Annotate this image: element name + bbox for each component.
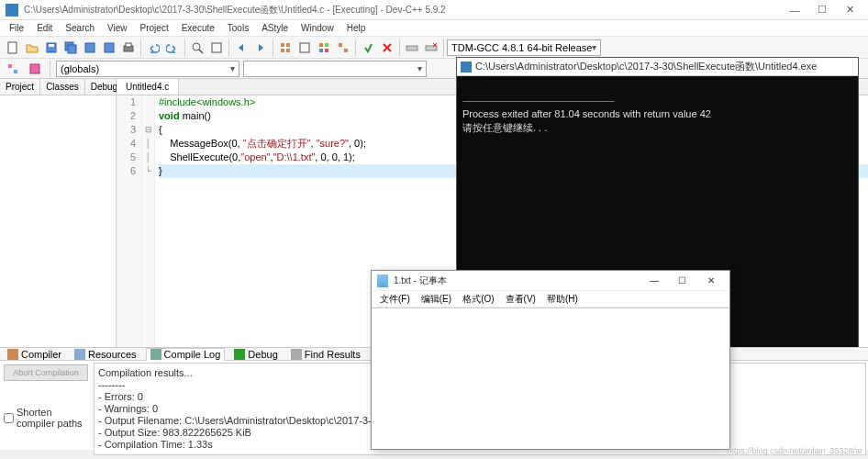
- goto-func-icon[interactable]: [26, 60, 44, 78]
- svg-rect-2: [49, 44, 54, 47]
- tab-resources[interactable]: Resources: [71, 349, 140, 360]
- window-title: C:\Users\Administrator\Desktop\c\2017-3-…: [24, 4, 782, 17]
- watermark: https://blog.csdn.net/anlain_35328/ar: [727, 446, 862, 455]
- notepad-window: 1.txt - 记事本 — ☐ ✕ 文件(F) 编辑(E) 格式(O) 查看(V…: [371, 270, 730, 450]
- compile-icon[interactable]: [276, 39, 295, 57]
- project-panel: Project Classes Debug: [0, 79, 117, 365]
- undo-icon[interactable]: [144, 39, 162, 57]
- print-icon[interactable]: [119, 39, 138, 57]
- close-file-icon[interactable]: [100, 39, 118, 57]
- svg-rect-23: [406, 46, 417, 50]
- debug-icon[interactable]: [359, 39, 377, 57]
- svg-rect-19: [319, 49, 323, 52]
- profile-icon[interactable]: [403, 39, 421, 57]
- delete-profile-icon[interactable]: [422, 39, 440, 57]
- svg-rect-15: [286, 49, 290, 52]
- svg-rect-11: [212, 43, 221, 52]
- close-button[interactable]: ✕: [837, 2, 862, 18]
- save-all-icon[interactable]: [61, 39, 80, 57]
- notepad-menu-format[interactable]: 格式(O): [458, 293, 498, 306]
- compile-run-icon[interactable]: [315, 39, 333, 57]
- svg-rect-4: [68, 45, 76, 53]
- menu-window[interactable]: Window: [295, 23, 339, 33]
- notepad-close[interactable]: ✕: [698, 273, 724, 289]
- back-icon[interactable]: [232, 39, 250, 57]
- svg-rect-17: [319, 43, 323, 47]
- save-icon[interactable]: [42, 39, 61, 57]
- menu-tools[interactable]: Tools: [222, 23, 254, 33]
- tab-compiler[interactable]: Compiler: [4, 349, 65, 360]
- svg-rect-13: [286, 43, 290, 47]
- notepad-body[interactable]: [372, 308, 729, 449]
- tab-classes[interactable]: Classes: [40, 79, 85, 95]
- notepad-menu-view[interactable]: 查看(V): [501, 293, 540, 306]
- svg-rect-18: [325, 43, 328, 47]
- stop-icon[interactable]: [378, 39, 396, 57]
- shorten-paths-checkbox[interactable]: Shorten compiler paths: [4, 407, 88, 429]
- menu-edit[interactable]: Edit: [31, 23, 58, 33]
- globals-combo[interactable]: (globals): [56, 61, 239, 77]
- notepad-titlebar[interactable]: 1.txt - 记事本 — ☐ ✕: [372, 271, 729, 291]
- console-titlebar[interactable]: C:\Users\Administrator\Desktop\c\2017-3-…: [457, 58, 858, 76]
- line-gutter: 123456: [117, 95, 142, 365]
- svg-rect-27: [30, 64, 39, 73]
- svg-point-9: [193, 43, 200, 50]
- notepad-menu-help[interactable]: 帮助(H): [542, 293, 583, 306]
- rebuild-icon[interactable]: [334, 39, 352, 57]
- svg-rect-14: [281, 49, 284, 52]
- open-file-icon[interactable]: [23, 39, 41, 57]
- menu-execute[interactable]: Execute: [176, 23, 220, 33]
- notepad-icon: [377, 274, 388, 287]
- menu-view[interactable]: View: [102, 23, 133, 33]
- console-output: ----------------------------------------…: [457, 76, 858, 139]
- menu-file[interactable]: File: [4, 23, 29, 33]
- goto-class-icon[interactable]: [4, 60, 22, 78]
- svg-rect-24: [426, 46, 437, 50]
- svg-rect-0: [8, 42, 17, 53]
- svg-rect-26: [14, 70, 17, 73]
- app-icon: [6, 4, 18, 17]
- svg-rect-16: [300, 43, 309, 52]
- console-icon: [461, 62, 472, 73]
- svg-rect-25: [8, 64, 12, 68]
- notepad-minimize[interactable]: —: [641, 273, 667, 289]
- titlebar: C:\Users\Administrator\Desktop\c\2017-3-…: [0, 0, 868, 20]
- menubar: File Edit Search View Project Execute To…: [0, 20, 868, 37]
- members-combo[interactable]: [243, 61, 427, 77]
- menu-astyle[interactable]: AStyle: [256, 23, 294, 33]
- replace-icon[interactable]: [207, 39, 226, 57]
- tab-find[interactable]: Find Results: [287, 349, 364, 360]
- maximize-button[interactable]: ☐: [809, 2, 835, 18]
- tab-debug2[interactable]: Debug: [230, 349, 281, 360]
- abort-button[interactable]: Abort Compilation: [4, 364, 88, 381]
- run-icon[interactable]: [295, 39, 314, 57]
- svg-rect-8: [126, 43, 131, 47]
- new-file-icon[interactable]: [4, 39, 22, 57]
- notepad-title: 1.txt - 记事本: [394, 274, 641, 287]
- notepad-menu-edit[interactable]: 编辑(E): [417, 293, 456, 306]
- svg-rect-12: [281, 43, 284, 47]
- minimize-button[interactable]: —: [782, 2, 807, 18]
- svg-line-10: [199, 50, 203, 53]
- svg-rect-21: [339, 43, 342, 47]
- editor-tab[interactable]: Untitled4.c: [117, 79, 179, 95]
- svg-rect-20: [325, 49, 328, 52]
- notepad-maximize[interactable]: ☐: [670, 273, 696, 289]
- fold-gutter: ⊟││└: [142, 95, 155, 365]
- find-icon[interactable]: [188, 39, 206, 57]
- tab-compile-log[interactable]: Compile Log: [146, 348, 226, 361]
- save-as-icon[interactable]: [81, 39, 99, 57]
- menu-search[interactable]: Search: [60, 23, 100, 33]
- svg-rect-6: [105, 43, 114, 52]
- tab-project[interactable]: Project: [0, 79, 40, 95]
- console-title: C:\Users\Administrator\Desktop\c\2017-3-…: [475, 60, 817, 73]
- menu-project[interactable]: Project: [135, 23, 174, 33]
- compiler-combo[interactable]: TDM-GCC 4.8.1 64-bit Release: [447, 39, 601, 56]
- redo-icon[interactable]: [163, 39, 182, 57]
- notepad-menu-file[interactable]: 文件(F): [375, 293, 415, 306]
- menu-help[interactable]: Help: [341, 23, 372, 33]
- svg-rect-5: [85, 43, 95, 52]
- notepad-menu: 文件(F) 编辑(E) 格式(O) 查看(V) 帮助(H): [372, 291, 729, 308]
- window-controls: — ☐ ✕: [782, 2, 862, 18]
- forward-icon[interactable]: [251, 39, 270, 57]
